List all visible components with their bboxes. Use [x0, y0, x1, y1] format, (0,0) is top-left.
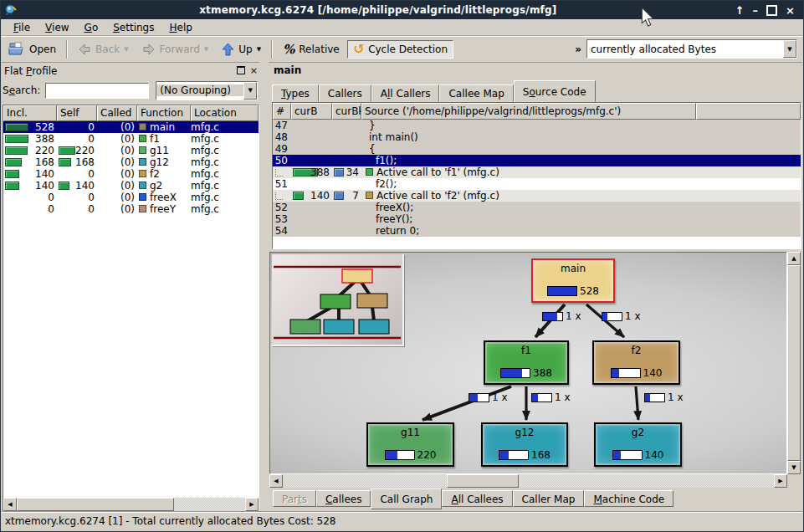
scroll-thumb[interactable] [17, 498, 174, 511]
back-button[interactable]: Back ▼ [72, 40, 135, 59]
graph-node-g11[interactable]: g11 220 [366, 422, 454, 467]
grouping-select[interactable]: (No Grouping) ▼ [156, 81, 258, 100]
tab-callers[interactable]: Callers [319, 84, 371, 102]
table-row-g12[interactable]: 168 168 (0) g12 mfg.c [3, 156, 259, 168]
toolbar-overflow-chevron[interactable]: » [570, 43, 586, 55]
scroll-right-arrow[interactable]: ▶ [774, 474, 787, 488]
menu-settings[interactable]: Settings [106, 21, 161, 34]
edge-label-main-f2[interactable]: 1 x [602, 311, 641, 321]
dock-float-button[interactable] [237, 66, 245, 76]
forward-button[interactable]: Forward ▼ [136, 40, 215, 59]
column-header-location[interactable]: Location [191, 105, 259, 121]
app-icon[interactable] [4, 3, 18, 17]
close-button[interactable]: × [786, 5, 795, 16]
source-line[interactable]: 48 int main() [273, 131, 801, 143]
menu-view[interactable]: View [38, 21, 75, 34]
tab-call-graph[interactable]: Call Graph [371, 489, 442, 509]
search-input[interactable] [45, 83, 149, 99]
source-line-selected[interactable]: 50 f1(); [273, 155, 801, 166]
scroll-right-arrow[interactable]: ▶ [245, 498, 259, 511]
flat-profile-hscrollbar[interactable]: ◀ ▶ [3, 498, 259, 511]
column-header-source[interactable]: Source ('/home/philippe/valgrind/littlep… [361, 103, 696, 120]
column-header-curBk[interactable]: curBk [332, 103, 361, 120]
maximize-button[interactable] [766, 5, 777, 16]
tab-source-code[interactable]: Source Code [514, 80, 596, 102]
scroll-thumb[interactable] [787, 265, 801, 461]
table-row-f2[interactable]: 140 0 (0) f2 mfg.c [3, 168, 259, 180]
grouping-dropdown-arrow[interactable]: ▼ [243, 82, 257, 100]
edge-label-f1-g12[interactable]: 1 x [531, 392, 571, 402]
toolbar-separator [271, 40, 273, 59]
source-line[interactable]: 47 } [273, 120, 801, 131]
table-row-main[interactable]: 528 0 (0) main mfg.c [3, 121, 259, 133]
column-header-self[interactable]: Self [57, 105, 97, 121]
up-dropdown-arrow[interactable]: ▼ [257, 46, 261, 53]
column-header-function[interactable]: Function [137, 105, 191, 121]
up-arrow-icon [222, 43, 234, 56]
column-header-curB[interactable]: curB [291, 103, 332, 120]
table-row-f1[interactable]: 388 0 (0) f1 mfg.c [3, 133, 259, 145]
graph-node-f2[interactable]: f2 140 [592, 340, 680, 385]
column-header-line[interactable]: # [273, 103, 291, 120]
source-line[interactable]: 53 freeY(); [273, 213, 801, 225]
function-icon [139, 193, 146, 201]
relative-button[interactable]: % Relative [277, 38, 346, 60]
call-graph-viewport[interactable]: main 528 f1 388 f2 140 g11 220 g12 168 g… [269, 252, 787, 474]
column-header-incl[interactable]: Incl. [3, 105, 57, 121]
table-row-freeX[interactable]: 0 0 (0) freeX mfg.c [3, 192, 259, 203]
menu-go[interactable]: Go [78, 21, 105, 34]
edge-label-f2-g2[interactable]: 1 x [644, 392, 684, 402]
function-icon [139, 146, 146, 154]
scroll-track[interactable] [174, 498, 245, 511]
menu-file[interactable]: File [7, 21, 37, 34]
minimize-button[interactable]: – [753, 5, 759, 16]
cycle-detection-button[interactable]: ↻ Cycle Detection [347, 40, 453, 59]
edge-label-main-f1[interactable]: 1 x [542, 311, 581, 321]
source-line[interactable]: 54 return 0; [273, 225, 801, 237]
tab-callees[interactable]: Callees [316, 490, 371, 507]
column-header-called[interactable]: Called [97, 105, 137, 121]
tab-parts[interactable]: Parts [273, 490, 316, 507]
event-type-select[interactable]: currently allocated Bytes ▼ [586, 39, 797, 59]
back-dropdown-arrow[interactable]: ▼ [124, 46, 128, 53]
tab-callee-map[interactable]: Callee Map [439, 84, 513, 102]
scroll-track[interactable] [519, 474, 774, 488]
tab-all-callees[interactable]: All Callees [442, 490, 512, 507]
scroll-left-arrow[interactable]: ◀ [269, 474, 283, 488]
table-row-g2[interactable]: 140 140 (0) g2 mfg.c [3, 180, 259, 192]
event-type-dropdown-arrow[interactable]: ▼ [783, 40, 796, 58]
scroll-track[interactable] [283, 474, 447, 488]
panel-splitter[interactable] [259, 62, 269, 513]
tab-all-callers[interactable]: All Callers [371, 84, 440, 102]
graph-node-g2[interactable]: g2 140 [594, 422, 682, 467]
menu-help[interactable]: Help [162, 21, 198, 34]
scroll-thumb[interactable] [447, 474, 519, 488]
tab-caller-map[interactable]: Caller Map [513, 490, 585, 507]
graph-node-f1[interactable]: f1 388 [484, 340, 569, 385]
graph-node-g12[interactable]: g12 168 [481, 422, 568, 467]
graph-node-main[interactable]: main 528 [531, 258, 615, 303]
graph-vscrollbar[interactable]: ▲ ▼ [787, 252, 801, 474]
source-call-row[interactable]: 388 34 Active call to 'f1' (mfg.c) [273, 166, 801, 178]
shade-button[interactable]: ↑ [735, 5, 745, 16]
source-line[interactable]: 51 f2(); [273, 178, 801, 190]
graph-overview-minimap[interactable] [272, 254, 404, 346]
table-row-g11[interactable]: 220 220 (0) g11 mfg.c [3, 145, 259, 156]
scroll-left-arrow[interactable]: ◀ [3, 498, 17, 511]
tab-types[interactable]: Types [272, 84, 319, 102]
source-call-row[interactable]: 140 7 Active call to 'f2' (mfg.c) [273, 190, 801, 202]
source-line[interactable]: 49 { [273, 143, 801, 155]
dock-header[interactable]: Flat Profile × [3, 64, 259, 78]
dock-close-button[interactable]: × [250, 66, 258, 75]
source-line[interactable]: 52 freeX(); [273, 202, 801, 213]
scroll-down-arrow[interactable]: ▼ [787, 461, 801, 474]
graph-hscrollbar[interactable]: ◀ ▶ [269, 474, 787, 488]
tab-machine-code[interactable]: Machine Code [584, 490, 673, 507]
title-bar[interactable]: xtmemory.kcg.6274 [/home/philippe/valgri… [1, 1, 803, 19]
scroll-up-arrow[interactable]: ▲ [787, 252, 801, 265]
open-button[interactable]: Open [3, 38, 62, 59]
forward-dropdown-arrow[interactable]: ▼ [204, 46, 208, 53]
edge-label-f1-g11[interactable]: 1 x [469, 392, 508, 402]
up-button[interactable]: Up ▼ [216, 39, 267, 59]
table-row-freeY[interactable]: 0 0 (0) freeY mfg.c [3, 203, 259, 215]
